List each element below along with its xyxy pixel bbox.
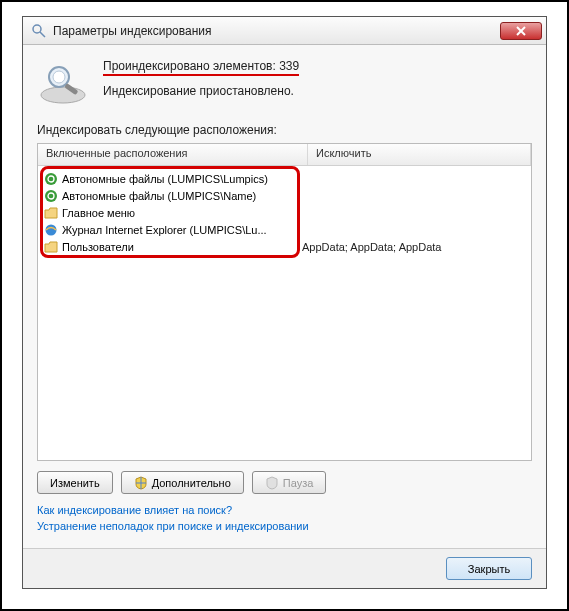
sync-icon	[44, 189, 58, 203]
list-header-row: Включенные расположения Исключить	[38, 144, 531, 166]
item-label: Главное меню	[62, 207, 135, 219]
list-item[interactable]: Журнал Internet Explorer (LUMPICS\Lu...	[38, 221, 531, 238]
item-label: Пользователи	[62, 241, 134, 253]
pause-button: Пауза	[252, 471, 327, 494]
header-row: Проиндексировано элементов: 339 Индексир…	[37, 57, 532, 105]
close-button[interactable]	[500, 22, 542, 40]
help-links: Как индексирование влияет на поиск? Устр…	[37, 504, 532, 536]
svg-point-0	[33, 25, 41, 33]
svg-line-1	[40, 32, 45, 37]
list-body: Автономные файлы (LUMPICS\Lumpics) Автон…	[38, 166, 531, 460]
item-label: Автономные файлы (LUMPICS\Lumpics)	[62, 173, 268, 185]
link-how-affects-search[interactable]: Как индексирование влияет на поиск?	[37, 504, 232, 516]
footer: Закрыть	[23, 548, 546, 588]
app-icon	[31, 23, 47, 39]
magnifier-icon	[37, 61, 89, 105]
svg-point-10	[46, 224, 57, 235]
item-exclude: AppData; AppData; AppData	[302, 241, 525, 253]
list-item[interactable]: Пользователи AppData; AppData; AppData	[38, 238, 531, 255]
sync-icon	[44, 172, 58, 186]
col-included[interactable]: Включенные расположения	[38, 144, 308, 165]
indexed-prefix: Проиндексировано элементов:	[103, 59, 279, 73]
item-label: Журнал Internet Explorer (LUMPICS\Lu...	[62, 224, 267, 236]
close-dialog-button[interactable]: Закрыть	[446, 557, 532, 580]
buttons-row: Изменить Дополнительно Пауза	[37, 471, 532, 494]
indexed-count: 339	[279, 59, 299, 73]
svg-point-8	[45, 173, 57, 185]
content-area: Проиндексировано элементов: 339 Индексир…	[23, 45, 546, 548]
modify-button[interactable]: Изменить	[37, 471, 113, 494]
status-text: Индексирование приостановлено.	[103, 84, 299, 98]
titlebar: Параметры индексирования	[23, 17, 546, 45]
shield-icon	[265, 476, 279, 490]
svg-point-9	[45, 190, 57, 202]
titlebar-text: Параметры индексирования	[53, 24, 500, 38]
indexed-count-line: Проиндексировано элементов: 339	[103, 59, 299, 76]
advanced-button[interactable]: Дополнительно	[121, 471, 244, 494]
locations-label: Индексировать следующие расположения:	[37, 123, 532, 137]
link-troubleshoot[interactable]: Устранение неполадок при поиске и индекс…	[37, 520, 309, 532]
folder-icon	[44, 240, 58, 254]
screenshot-frame: Параметры индексирования Проиндексирован…	[0, 0, 569, 611]
item-label: Автономные файлы (LUMPICS\Name)	[62, 190, 256, 202]
col-exclude[interactable]: Исключить	[308, 144, 531, 165]
list-item[interactable]: Автономные файлы (LUMPICS\Lumpics)	[38, 170, 531, 187]
locations-listbox[interactable]: Включенные расположения Исключить Автоно…	[37, 143, 532, 461]
folder-icon	[44, 206, 58, 220]
shield-icon	[134, 476, 148, 490]
svg-point-4	[41, 87, 85, 103]
ie-icon	[44, 223, 58, 237]
list-item[interactable]: Автономные файлы (LUMPICS\Name)	[38, 187, 531, 204]
list-item[interactable]: Главное меню	[38, 204, 531, 221]
dialog-window: Параметры индексирования Проиндексирован…	[22, 16, 547, 589]
svg-point-6	[53, 71, 65, 83]
